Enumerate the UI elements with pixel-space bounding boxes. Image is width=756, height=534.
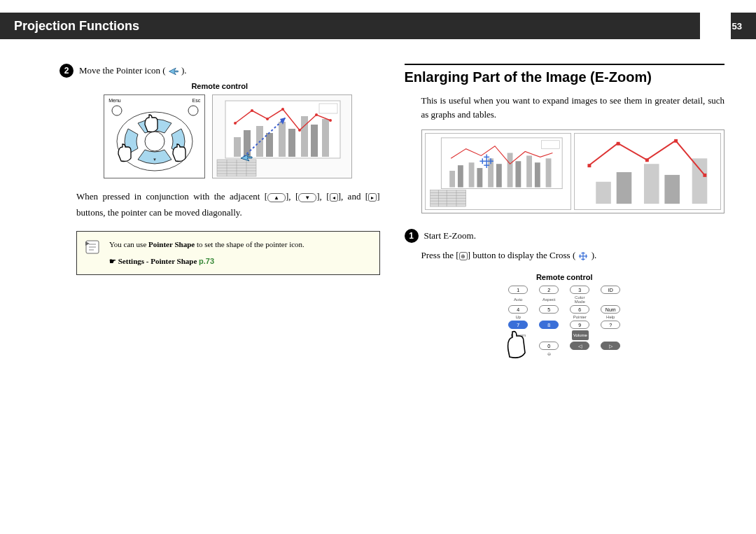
step-2-text: Move the Pointer icon ( ).	[79, 65, 187, 76]
tip-link[interactable]: ☛ Settings - Pointer Shape p.73	[109, 255, 371, 267]
svg-point-19	[281, 108, 284, 111]
svg-rect-49	[534, 162, 540, 187]
svg-point-22	[329, 119, 332, 122]
btn-6: 6	[570, 305, 589, 314]
svg-rect-12	[288, 129, 295, 157]
btn-num: Num	[601, 305, 620, 314]
lbl-minus: ⊖	[539, 351, 559, 356]
svg-rect-48	[526, 155, 532, 187]
page-title: Projection Functions	[14, 19, 700, 34]
step-1-line: 1 Start E-Zoom.	[405, 229, 725, 243]
btn-1: 1	[508, 286, 528, 294]
svg-rect-71	[692, 158, 708, 204]
btn-5: 5	[539, 305, 559, 314]
btn-vol-down: ◁	[570, 342, 589, 350]
heading-rule	[405, 64, 725, 65]
page-number: 53	[732, 21, 742, 31]
right-column: Enlarging Part of the Image (E-Zoom) Thi…	[405, 64, 725, 360]
svg-point-21	[315, 113, 318, 116]
step-2-line: 2 Move the Pointer icon ( ).	[59, 64, 380, 78]
svg-rect-11	[279, 122, 286, 157]
lbl-help: Help	[601, 315, 620, 319]
projected-screen	[212, 94, 352, 178]
tip-text: You can use Pointer Shape to set the sha…	[109, 239, 371, 251]
svg-rect-7	[234, 137, 241, 157]
svg-rect-51	[541, 141, 559, 149]
remote-keypad: 1 2 3 ID Auto Aspect Color Mode 4 5 6 Nu…	[508, 286, 620, 356]
svg-rect-43	[477, 168, 482, 187]
page-header: Projection Functions 53	[0, 13, 756, 39]
step-1-text: Start E-Zoom.	[424, 230, 476, 241]
svg-point-18	[266, 118, 269, 120]
remote-caption-left: Remote control	[59, 82, 380, 90]
svg-rect-15	[322, 119, 329, 157]
pointer-arrow-icon	[168, 66, 179, 76]
btn-0: 0	[539, 342, 559, 350]
ezoom-intro: This is useful when you want to expand i…	[421, 94, 725, 121]
page-tab-blank	[700, 13, 731, 39]
btn-id: ID	[601, 286, 620, 294]
btn-9: 9	[570, 321, 589, 329]
svg-rect-41	[457, 165, 463, 187]
press-text: Press the [⊕] button to display the Cros…	[421, 247, 725, 263]
svg-point-3	[145, 132, 164, 151]
btn-8: 8	[539, 321, 559, 329]
svg-rect-14	[311, 125, 318, 157]
lbl-aspect: Aspect	[539, 297, 559, 302]
lbl-auto: Auto	[508, 297, 528, 302]
down-button-icon: ▼	[298, 193, 316, 202]
lbl-colormode: Color Mode	[570, 295, 589, 304]
lbl-pointer: Pointer	[570, 315, 589, 319]
svg-rect-67	[596, 182, 611, 204]
svg-rect-68	[617, 172, 632, 204]
svg-rect-50	[545, 158, 551, 187]
svg-rect-46	[507, 153, 512, 187]
up-button-icon: ▲	[267, 193, 286, 202]
svg-point-20	[298, 129, 301, 132]
svg-rect-75	[674, 139, 678, 143]
left-button-icon: ◂	[330, 193, 338, 202]
ezoom-heading: Enlarging Part of the Image (E-Zoom)	[405, 69, 725, 85]
svg-point-16	[234, 122, 237, 125]
btn-3: 3	[570, 286, 589, 294]
svg-rect-76	[704, 174, 707, 177]
btn-help: ?	[601, 321, 620, 329]
btn-4: 4	[508, 305, 528, 314]
right-button-icon: ▸	[368, 193, 377, 202]
svg-rect-74	[645, 158, 649, 162]
ezoom-illustration	[421, 129, 725, 213]
svg-rect-45	[496, 164, 501, 187]
svg-rect-42	[468, 162, 474, 187]
remote-and-screen-figure: Menu Esc ▲ ▼	[76, 94, 380, 178]
menu-label: Menu	[108, 98, 121, 103]
svg-rect-69	[644, 164, 659, 204]
tip-box: You can use Pointer Shape to set the sha…	[76, 231, 380, 275]
mini-chart-full	[425, 133, 572, 210]
zoom-plus-button-icon: ⊕	[459, 252, 468, 260]
volume-box: Volume	[572, 330, 589, 340]
svg-text:▼: ▼	[153, 157, 157, 162]
cross-icon	[578, 251, 589, 261]
svg-point-17	[251, 109, 253, 112]
tip-note-icon	[84, 239, 101, 261]
svg-rect-40	[449, 171, 455, 188]
remote-caption-right: Remote control	[405, 273, 725, 281]
svg-rect-23	[319, 104, 337, 113]
mini-chart-zoom	[574, 133, 721, 210]
svg-point-0	[112, 106, 122, 115]
esc-label: Esc	[192, 98, 201, 103]
svg-point-1	[188, 106, 198, 115]
btn-7: 7	[508, 321, 528, 329]
lbl-up: Up	[508, 315, 528, 319]
btn-2: 2	[539, 286, 559, 294]
step-2-bullet: 2	[59, 64, 74, 78]
svg-rect-13	[301, 116, 308, 157]
svg-rect-70	[665, 175, 680, 204]
svg-rect-10	[266, 133, 273, 157]
svg-rect-47	[515, 161, 521, 187]
btn-vol-up: ▷	[601, 342, 620, 350]
diagonal-text: When pressed in conjunction with the adj…	[76, 188, 380, 221]
hand-press-icon	[504, 329, 532, 361]
left-column: 2 Move the Pointer icon ( ). Remote cont…	[59, 64, 380, 360]
svg-rect-73	[617, 142, 620, 146]
